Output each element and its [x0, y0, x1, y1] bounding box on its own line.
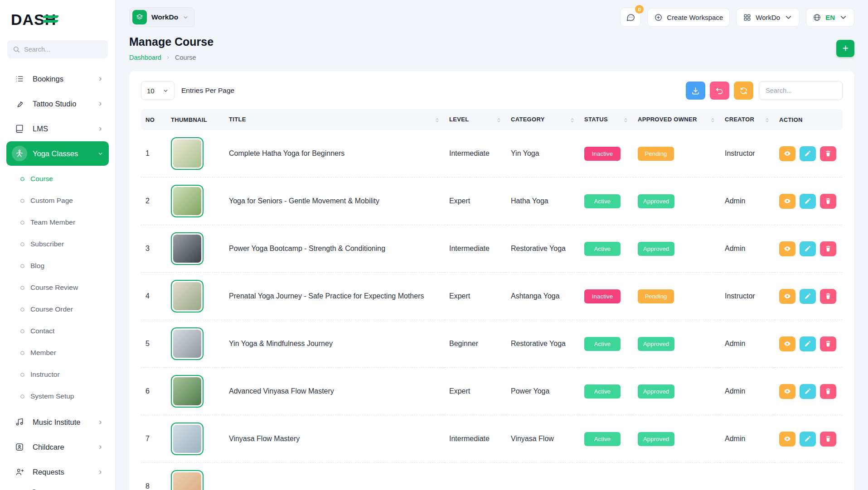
course-category: Restorative Yoga	[506, 225, 580, 273]
chevron-right-icon	[97, 126, 103, 132]
view-button[interactable]	[779, 194, 795, 209]
sort-icon[interactable]	[496, 117, 502, 123]
column-header-title[interactable]: TITLE	[224, 109, 445, 130]
column-header-category[interactable]: CATEGORY	[506, 109, 580, 130]
sidebar-search-input[interactable]	[24, 46, 102, 53]
entries-per-page-select[interactable]: 10	[141, 81, 175, 100]
edit-button[interactable]	[800, 336, 816, 351]
view-button[interactable]	[779, 241, 795, 256]
sidebar-subitem-course-order[interactable]: Course Order	[6, 298, 109, 320]
sidebar-item-music-institute[interactable]: Music Institute	[6, 410, 109, 434]
course-level: Intermediate	[445, 225, 506, 273]
delete-button[interactable]	[820, 384, 836, 399]
course-category: Hatha Yoga	[506, 178, 580, 225]
workspace-menu-button[interactable]: WorkDo	[736, 8, 800, 27]
sidebar-item-bookings[interactable]: Bookings	[6, 67, 109, 91]
toolbar-actions	[686, 82, 753, 100]
sort-icon[interactable]	[434, 117, 440, 123]
row-actions	[779, 241, 838, 256]
sidebar-subitem-member[interactable]: Member	[6, 342, 109, 364]
view-button[interactable]	[779, 432, 795, 447]
sidebar-subitem-blog[interactable]: Blog	[6, 255, 109, 277]
download-icon	[691, 86, 700, 95]
topbar-right: 0 Create Workspace WorkDo EN	[620, 8, 854, 27]
edit-button[interactable]	[800, 384, 816, 399]
table-search-input[interactable]	[759, 81, 843, 100]
sidebar-item-requests[interactable]: Requests	[6, 460, 109, 484]
column-header-approved-owner[interactable]: APPROVED OWNER	[633, 109, 720, 130]
logo[interactable]: DASH	[11, 11, 104, 29]
course-category: Ashtanga Yoga	[506, 273, 580, 320]
edit-button[interactable]	[800, 194, 816, 209]
edit-button[interactable]	[800, 241, 816, 256]
status-badge: Inactive	[584, 147, 621, 161]
pencil-icon	[804, 150, 811, 157]
column-header-level[interactable]: LEVEL	[445, 109, 506, 130]
eye-icon	[784, 435, 791, 442]
user-plus-icon	[12, 464, 27, 480]
refresh-button[interactable]	[734, 82, 753, 100]
delete-button[interactable]	[820, 289, 836, 304]
edit-button[interactable]	[800, 432, 816, 447]
course-thumbnail	[171, 375, 204, 408]
messages-button[interactable]: 0	[620, 8, 641, 27]
sidebar-subitem-team-member[interactable]: Team Member	[6, 211, 109, 233]
course-creator: Admin	[720, 178, 775, 225]
sidebar-item-tattoo-studio[interactable]: Tattoo Studio	[6, 91, 109, 116]
course-creator: Admin	[720, 368, 775, 415]
delete-button[interactable]	[820, 241, 836, 256]
workspace-switcher[interactable]: WorkDo	[129, 7, 195, 27]
course-level	[445, 463, 506, 490]
app: DASH BookingsTattoo StudioLMSYoga Classe…	[0, 0, 868, 490]
course-title: Vinyasa Flow Mastery	[224, 415, 445, 463]
view-button[interactable]	[779, 336, 795, 351]
column-header-creator[interactable]: CREATOR	[720, 109, 775, 130]
sidebar-subitem-course[interactable]: Course	[6, 168, 109, 190]
course-level: Intermediate	[445, 130, 506, 178]
undo-button[interactable]	[710, 82, 729, 100]
create-workspace-button[interactable]: Create Workspace	[647, 8, 730, 27]
sidebar-subitem-subscriber[interactable]: Subscriber	[6, 233, 109, 255]
sort-icon[interactable]	[764, 117, 770, 123]
course-thumbnail	[171, 470, 204, 490]
sort-icon[interactable]	[569, 117, 575, 123]
delete-button[interactable]	[820, 146, 836, 161]
sidebar-subitem-contact[interactable]: Contact	[6, 320, 109, 342]
circle-icon	[20, 264, 25, 269]
view-button[interactable]	[779, 289, 795, 304]
add-course-button[interactable]	[836, 40, 854, 57]
row-actions	[779, 432, 838, 447]
sidebar-subitem-system-setup[interactable]: System Setup	[6, 385, 109, 407]
sidebar-subitem-instructor[interactable]: Instructor	[6, 364, 109, 385]
create-workspace-label: Create Workspace	[667, 14, 723, 21]
eye-icon	[784, 245, 791, 252]
sidebar-subitem-course-review[interactable]: Course Review	[6, 277, 109, 298]
sidebar-item-yoga-classes[interactable]: Yoga Classes	[6, 141, 109, 166]
status-badge: Inactive	[584, 289, 621, 303]
course-title: Power Yoga Bootcamp - Strength & Conditi…	[224, 225, 445, 273]
view-button[interactable]	[779, 146, 795, 161]
edit-button[interactable]	[800, 289, 816, 304]
sidebar-item-queue-management[interactable]: Queue Management	[6, 485, 109, 490]
course-level: Expert	[445, 368, 506, 415]
delete-button[interactable]	[820, 336, 836, 351]
sidebar-item-lms[interactable]: LMS	[6, 116, 109, 141]
sort-icon[interactable]	[623, 117, 629, 123]
delete-button[interactable]	[820, 432, 836, 447]
trash-icon	[824, 388, 832, 395]
sidebar-subitem-label: Course	[30, 175, 53, 183]
delete-button[interactable]	[820, 194, 836, 209]
course-title: Yin Yoga & Mindfulness Journey	[224, 320, 445, 368]
breadcrumb-dashboard-link[interactable]: Dashboard	[129, 54, 161, 61]
course-title: Complete Hatha Yoga for Beginners	[224, 130, 445, 178]
edit-button[interactable]	[800, 146, 816, 161]
view-button[interactable]	[779, 384, 795, 399]
trash-icon	[824, 245, 832, 252]
plus-circle-icon	[654, 13, 663, 22]
sidebar-item-childcare[interactable]: Childcare	[6, 435, 109, 459]
sidebar-subitem-custom-page[interactable]: Custom Page	[6, 190, 109, 211]
export-button[interactable]	[686, 82, 705, 100]
sort-icon[interactable]	[710, 117, 716, 123]
language-selector[interactable]: EN	[806, 8, 854, 27]
column-header-status[interactable]: STATUS	[580, 109, 633, 130]
